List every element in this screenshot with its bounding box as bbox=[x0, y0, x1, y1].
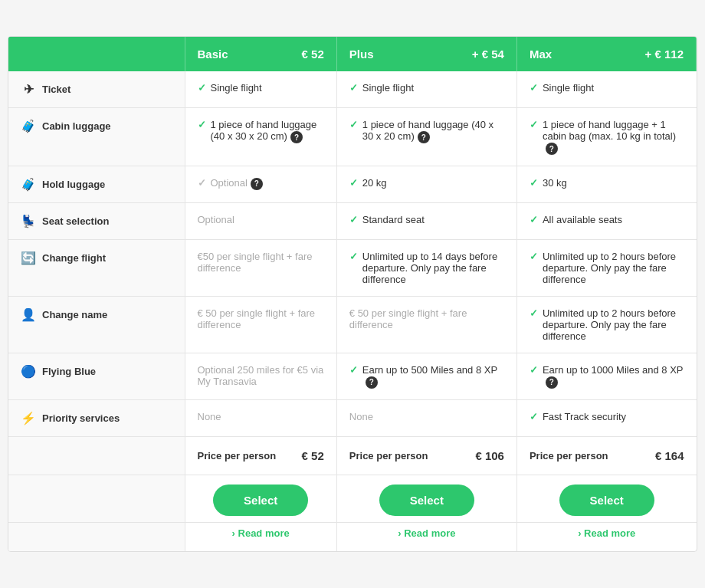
cell-content: ✓Single flight bbox=[530, 82, 684, 94]
check-icon: ✓ bbox=[349, 251, 358, 262]
help-icon[interactable]: ? bbox=[251, 178, 263, 190]
plus-read-more-link[interactable]: Read more bbox=[398, 527, 455, 539]
feature-icon: ⚡ bbox=[21, 411, 36, 425]
cell-content: ✓Unlimited up to 14 days before departur… bbox=[349, 251, 504, 285]
price-line: Price per person€ 52 bbox=[198, 449, 324, 462]
cell-content: ✓1 piece of hand luggage (40 x 30 x 20 c… bbox=[349, 119, 504, 143]
price-row: Price per person€ 52Price per person€ 10… bbox=[8, 436, 697, 475]
plus-cell-2: ✓20 kg bbox=[336, 166, 516, 203]
feature-name: Change flight bbox=[42, 252, 106, 264]
check-icon: ✓ bbox=[349, 177, 358, 189]
check-icon: ✓ bbox=[530, 251, 538, 262]
cell-text: 30 kg bbox=[543, 177, 567, 189]
plus-price-cell: Price per person€ 106 bbox=[336, 436, 516, 475]
cell-text: 1 piece of hand luggage + 1 cabin bag (m… bbox=[543, 119, 684, 155]
feature-label-cell: 🔵Flying Blue bbox=[8, 353, 185, 400]
pricing-table: Basic € 52 Plus + € 54 Max + € 112 ✈Tick… bbox=[8, 36, 697, 551]
cell-text: None bbox=[198, 411, 221, 422]
plus-cell-0: ✓Single flight bbox=[336, 71, 516, 108]
basic-cell-7: None bbox=[185, 399, 336, 436]
cell-text: Single flight bbox=[543, 82, 594, 94]
cell-text: 1 piece of hand luggage (40 x 30 x 20 cm… bbox=[211, 119, 324, 143]
cell-text: Earn up to 500 Miles and 8 XP? bbox=[362, 364, 504, 389]
cell-content: None bbox=[198, 411, 324, 422]
price-amount: € 106 bbox=[475, 449, 504, 462]
header-max-col: Max + € 112 bbox=[516, 37, 696, 71]
cell-text: Optional bbox=[198, 214, 234, 225]
basic-select-button[interactable]: Select bbox=[213, 485, 308, 516]
check-icon: ✓ bbox=[530, 82, 538, 94]
cell-content: €50 per single flight + fare difference bbox=[198, 251, 324, 274]
feature-name: Seat selection bbox=[42, 215, 109, 227]
max-cell-3: ✓All available seats bbox=[516, 203, 696, 240]
basic-cell-4: €50 per single flight + fare difference bbox=[185, 240, 336, 297]
feature-name: Hold luggage bbox=[42, 179, 105, 190]
cell-content: Optional bbox=[198, 214, 324, 225]
feature-name: Change name bbox=[42, 309, 107, 320]
cell-content: Optional 250 miles for €5 via My Transav… bbox=[198, 364, 324, 387]
cell-content: ✓Earn up to 500 Miles and 8 XP? bbox=[349, 364, 504, 389]
max-title: Max bbox=[530, 48, 552, 61]
help-icon[interactable]: ? bbox=[290, 131, 303, 143]
check-icon: ✓ bbox=[349, 119, 358, 130]
cell-content: ✓1 piece of hand luggage + 1 cabin bag (… bbox=[530, 119, 684, 155]
price-amount: € 164 bbox=[655, 449, 684, 462]
max-select-button[interactable]: Select bbox=[559, 485, 654, 516]
price-label: Price per person bbox=[349, 450, 428, 462]
basic-cell-1: ✓1 piece of hand luggage (40 x 30 x 20 c… bbox=[185, 108, 336, 166]
cell-text: € 50 per single flight + fare difference bbox=[349, 307, 504, 330]
max-price: + € 112 bbox=[645, 48, 684, 61]
header-feature-col bbox=[8, 37, 185, 71]
plus-read-more-cell: Read more bbox=[336, 522, 516, 551]
cell-content: ✓30 kg bbox=[530, 177, 684, 189]
check-icon: ✓ bbox=[530, 177, 538, 189]
help-icon[interactable]: ? bbox=[546, 143, 558, 155]
plus-select-button[interactable]: Select bbox=[379, 485, 474, 516]
feature-label-cell: 👤Change name bbox=[8, 297, 185, 353]
basic-select-cell: Select bbox=[185, 475, 336, 522]
feature-label-cell: ✈Ticket bbox=[8, 71, 185, 108]
price-amount: € 52 bbox=[302, 449, 324, 462]
feature-label-cell: 🧳Cabin luggage bbox=[8, 108, 185, 166]
plus-cell-3: ✓Standard seat bbox=[336, 203, 516, 240]
max-read-more-cell: Read more bbox=[516, 522, 696, 551]
cell-content: ✓All available seats bbox=[530, 214, 684, 225]
max-select-cell: Select bbox=[516, 475, 696, 522]
feature-label-cell: 💺Seat selection bbox=[8, 203, 185, 240]
feature-icon: 👤 bbox=[21, 307, 36, 322]
max-read-more-link[interactable]: Read more bbox=[578, 527, 635, 539]
feature-icon: 🧳 bbox=[21, 177, 36, 192]
plus-cell-5: € 50 per single flight + fare difference bbox=[336, 297, 516, 353]
check-icon: ✓ bbox=[349, 214, 358, 225]
header-basic-col: Basic € 52 bbox=[185, 37, 336, 71]
feature-name: Flying Blue bbox=[42, 366, 96, 377]
basic-cell-6: Optional 250 miles for €5 via My Transav… bbox=[185, 353, 336, 400]
price-label: Price per person bbox=[530, 450, 608, 462]
max-cell-1: ✓1 piece of hand luggage + 1 cabin bag (… bbox=[516, 108, 696, 166]
help-icon[interactable]: ? bbox=[546, 376, 558, 389]
feature-label-cell: 🧳Hold luggage bbox=[8, 166, 185, 203]
cell-content: ✓20 kg bbox=[349, 177, 504, 189]
plus-cell-1: ✓1 piece of hand luggage (40 x 30 x 20 c… bbox=[336, 108, 516, 166]
cell-content: ✓Optional? bbox=[198, 177, 324, 190]
max-cell-0: ✓Single flight bbox=[516, 71, 696, 108]
help-icon[interactable]: ? bbox=[366, 376, 378, 389]
cell-text: €50 per single flight + fare difference bbox=[198, 251, 324, 274]
read-more-row: Read moreRead moreRead more bbox=[8, 522, 697, 551]
cell-text: Single flight bbox=[211, 82, 262, 94]
feature-row: ⚡Priority servicesNoneNone✓Fast Track se… bbox=[8, 399, 697, 436]
feature-row: 🔄Change flight€50 per single flight + fa… bbox=[8, 240, 697, 297]
help-icon[interactable]: ? bbox=[418, 131, 430, 143]
check-gray-icon: ✓ bbox=[198, 177, 206, 189]
cell-text: Optional 250 miles for €5 via My Transav… bbox=[198, 364, 324, 387]
header-plus-col: Plus + € 54 bbox=[336, 37, 516, 71]
basic-read-more-cell: Read more bbox=[185, 522, 336, 551]
feature-name: Ticket bbox=[42, 84, 70, 95]
cell-content: ✓Standard seat bbox=[349, 214, 504, 225]
check-icon: ✓ bbox=[349, 364, 358, 376]
feature-name: Cabin luggage bbox=[42, 120, 111, 132]
basic-read-more-link[interactable]: Read more bbox=[232, 527, 290, 539]
cell-content: ✓Single flight bbox=[349, 82, 504, 94]
check-icon: ✓ bbox=[198, 82, 206, 94]
max-cell-6: ✓Earn up to 1000 Miles and 8 XP? bbox=[516, 353, 696, 400]
